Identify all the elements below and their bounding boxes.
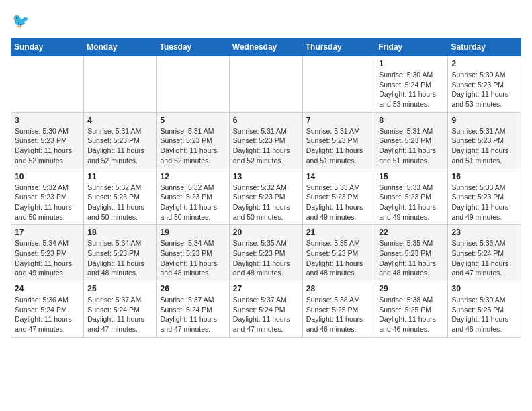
day-number: 4	[87, 116, 152, 125]
weekday-header-tuesday: Tuesday	[157, 38, 229, 56]
day-number: 19	[160, 228, 225, 237]
calendar-cell: 5Sunrise: 5:31 AMSunset: 5:23 PMDaylight…	[157, 112, 229, 169]
calendar-cell: 7Sunrise: 5:31 AMSunset: 5:23 PMDaylight…	[302, 112, 375, 169]
calendar-week-row: 24Sunrise: 5:36 AMSunset: 5:24 PMDayligh…	[11, 281, 521, 338]
calendar-week-row: 10Sunrise: 5:32 AMSunset: 5:23 PMDayligh…	[11, 169, 521, 225]
day-info: Sunrise: 5:35 AMSunset: 5:23 PMDaylight:…	[233, 238, 299, 278]
day-info: Sunrise: 5:30 AMSunset: 5:24 PMDaylight:…	[379, 70, 444, 109]
day-info: Sunrise: 5:32 AMSunset: 5:23 PMDaylight:…	[160, 183, 225, 222]
day-number: 29	[379, 284, 444, 293]
day-info: Sunrise: 5:32 AMSunset: 5:23 PMDaylight:…	[87, 183, 152, 222]
day-info: Sunrise: 5:36 AMSunset: 5:24 PMDaylight:…	[451, 238, 517, 278]
weekday-header-saturday: Saturday	[448, 38, 521, 56]
calendar-cell: 6Sunrise: 5:31 AMSunset: 5:23 PMDaylight…	[229, 112, 302, 169]
calendar-cell: 10Sunrise: 5:32 AMSunset: 5:23 PMDayligh…	[11, 169, 84, 225]
day-number: 1	[379, 59, 444, 68]
day-info: Sunrise: 5:38 AMSunset: 5:25 PMDaylight:…	[379, 295, 444, 334]
day-number: 7	[306, 116, 372, 125]
logo: 🐦	[11, 11, 35, 32]
calendar-cell: 18Sunrise: 5:34 AMSunset: 5:23 PMDayligh…	[84, 225, 157, 281]
day-number: 28	[306, 284, 372, 293]
calendar-cell	[302, 56, 375, 113]
day-number: 22	[379, 228, 444, 237]
day-info: Sunrise: 5:31 AMSunset: 5:23 PMDaylight:…	[451, 126, 517, 166]
weekday-header-wednesday: Wednesday	[229, 38, 302, 56]
day-number: 26	[160, 284, 225, 293]
day-info: Sunrise: 5:34 AMSunset: 5:23 PMDaylight:…	[160, 238, 225, 278]
day-number: 10	[15, 172, 80, 181]
day-number: 13	[233, 172, 299, 181]
day-number: 2	[451, 59, 517, 68]
day-info: Sunrise: 5:33 AMSunset: 5:23 PMDaylight:…	[379, 183, 444, 222]
calendar-cell: 28Sunrise: 5:38 AMSunset: 5:25 PMDayligh…	[302, 281, 375, 338]
day-number: 11	[87, 172, 152, 181]
day-info: Sunrise: 5:34 AMSunset: 5:23 PMDaylight:…	[87, 238, 152, 278]
calendar-cell: 23Sunrise: 5:36 AMSunset: 5:24 PMDayligh…	[448, 225, 521, 281]
calendar-cell	[84, 56, 157, 113]
calendar-week-row: 1Sunrise: 5:30 AMSunset: 5:24 PMDaylight…	[11, 56, 521, 113]
calendar-cell: 17Sunrise: 5:34 AMSunset: 5:23 PMDayligh…	[11, 225, 84, 281]
calendar-cell: 24Sunrise: 5:36 AMSunset: 5:24 PMDayligh…	[11, 281, 84, 338]
calendar-cell: 1Sunrise: 5:30 AMSunset: 5:24 PMDaylight…	[375, 56, 448, 113]
calendar-cell: 27Sunrise: 5:37 AMSunset: 5:24 PMDayligh…	[229, 281, 302, 338]
calendar-cell: 25Sunrise: 5:37 AMSunset: 5:24 PMDayligh…	[84, 281, 157, 338]
day-info: Sunrise: 5:34 AMSunset: 5:23 PMDaylight:…	[15, 238, 80, 278]
calendar-cell: 2Sunrise: 5:30 AMSunset: 5:23 PMDaylight…	[448, 56, 521, 113]
day-number: 18	[87, 228, 152, 237]
calendar-cell: 8Sunrise: 5:31 AMSunset: 5:23 PMDaylight…	[375, 112, 448, 169]
calendar-cell: 20Sunrise: 5:35 AMSunset: 5:23 PMDayligh…	[229, 225, 302, 281]
weekday-header-sunday: Sunday	[11, 38, 84, 56]
day-info: Sunrise: 5:31 AMSunset: 5:23 PMDaylight:…	[306, 126, 372, 166]
calendar-cell: 29Sunrise: 5:38 AMSunset: 5:25 PMDayligh…	[375, 281, 448, 338]
calendar-cell: 22Sunrise: 5:35 AMSunset: 5:23 PMDayligh…	[375, 225, 448, 281]
day-number: 9	[451, 116, 517, 125]
day-number: 17	[15, 228, 80, 237]
calendar-cell	[11, 56, 84, 113]
logo-icon: 🐦	[11, 11, 32, 32]
calendar-cell: 12Sunrise: 5:32 AMSunset: 5:23 PMDayligh…	[157, 169, 229, 225]
day-number: 8	[379, 116, 444, 125]
day-number: 21	[306, 228, 372, 237]
day-info: Sunrise: 5:39 AMSunset: 5:25 PMDaylight:…	[451, 295, 517, 334]
calendar-cell: 15Sunrise: 5:33 AMSunset: 5:23 PMDayligh…	[375, 169, 448, 225]
calendar-cell: 4Sunrise: 5:31 AMSunset: 5:23 PMDaylight…	[84, 112, 157, 169]
weekday-header-row: SundayMondayTuesdayWednesdayThursdayFrid…	[11, 38, 521, 56]
day-number: 5	[160, 116, 225, 125]
day-info: Sunrise: 5:31 AMSunset: 5:23 PMDaylight:…	[160, 126, 225, 166]
calendar-cell	[157, 56, 229, 113]
day-number: 30	[451, 284, 517, 293]
day-info: Sunrise: 5:38 AMSunset: 5:25 PMDaylight:…	[306, 295, 372, 334]
day-info: Sunrise: 5:31 AMSunset: 5:23 PMDaylight:…	[379, 126, 444, 166]
calendar-cell: 26Sunrise: 5:37 AMSunset: 5:24 PMDayligh…	[157, 281, 229, 338]
calendar-cell	[229, 56, 302, 113]
day-info: Sunrise: 5:32 AMSunset: 5:23 PMDaylight:…	[233, 183, 299, 222]
day-info: Sunrise: 5:31 AMSunset: 5:23 PMDaylight:…	[233, 126, 299, 166]
day-info: Sunrise: 5:32 AMSunset: 5:23 PMDaylight:…	[15, 183, 80, 222]
day-info: Sunrise: 5:37 AMSunset: 5:24 PMDaylight:…	[233, 295, 299, 334]
calendar-cell: 16Sunrise: 5:33 AMSunset: 5:23 PMDayligh…	[448, 169, 521, 225]
day-info: Sunrise: 5:31 AMSunset: 5:23 PMDaylight:…	[87, 126, 152, 166]
day-info: Sunrise: 5:33 AMSunset: 5:23 PMDaylight:…	[451, 183, 517, 222]
calendar-cell: 9Sunrise: 5:31 AMSunset: 5:23 PMDaylight…	[448, 112, 521, 169]
day-number: 20	[233, 228, 299, 237]
day-info: Sunrise: 5:30 AMSunset: 5:23 PMDaylight:…	[451, 70, 517, 109]
calendar-cell: 30Sunrise: 5:39 AMSunset: 5:25 PMDayligh…	[448, 281, 521, 338]
weekday-header-friday: Friday	[375, 38, 448, 56]
calendar-cell: 21Sunrise: 5:35 AMSunset: 5:23 PMDayligh…	[302, 225, 375, 281]
day-number: 6	[233, 116, 299, 125]
calendar-table: SundayMondayTuesdayWednesdayThursdayFrid…	[11, 38, 521, 338]
day-number: 24	[15, 284, 80, 293]
day-info: Sunrise: 5:33 AMSunset: 5:23 PMDaylight:…	[306, 183, 372, 222]
day-number: 12	[160, 172, 225, 181]
calendar-cell: 19Sunrise: 5:34 AMSunset: 5:23 PMDayligh…	[157, 225, 229, 281]
day-info: Sunrise: 5:37 AMSunset: 5:24 PMDaylight:…	[160, 295, 225, 334]
day-info: Sunrise: 5:30 AMSunset: 5:23 PMDaylight:…	[15, 126, 80, 166]
weekday-header-monday: Monday	[84, 38, 157, 56]
day-info: Sunrise: 5:36 AMSunset: 5:24 PMDaylight:…	[15, 295, 80, 334]
calendar-cell: 11Sunrise: 5:32 AMSunset: 5:23 PMDayligh…	[84, 169, 157, 225]
day-info: Sunrise: 5:35 AMSunset: 5:23 PMDaylight:…	[306, 238, 372, 278]
day-number: 23	[451, 228, 517, 237]
calendar-cell: 13Sunrise: 5:32 AMSunset: 5:23 PMDayligh…	[229, 169, 302, 225]
svg-text:🐦: 🐦	[12, 12, 30, 30]
day-number: 27	[233, 284, 299, 293]
